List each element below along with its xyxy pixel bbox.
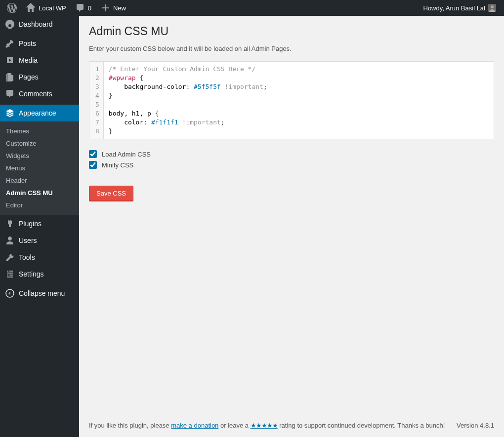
menu-label: Comments [19, 90, 52, 98]
site-name-label: Local WP [39, 4, 66, 12]
menu-users[interactable]: Users [0, 232, 79, 249]
checkbox-input[interactable] [89, 150, 97, 158]
main-content: Admin CSS MU Enter your custom CSS below… [79, 16, 504, 437]
rating-link[interactable]: ★★★★★ [251, 422, 278, 429]
appearance-icon [5, 108, 15, 118]
code-area[interactable]: /* Enter Your Custom Admin CSS Here */#w… [104, 62, 494, 139]
css-editor[interactable]: 12345678 /* Enter Your Custom Admin CSS … [89, 61, 494, 139]
menu-label: Media [19, 56, 38, 64]
menu-dashboard[interactable]: Dashboard [0, 16, 79, 33]
page-description: Enter your custom CSS below and it will … [89, 45, 494, 52]
collapse-icon [5, 288, 15, 298]
site-name[interactable]: Local WP [22, 0, 70, 16]
submenu-customize[interactable]: Customize [0, 137, 79, 150]
pages-icon [5, 72, 15, 82]
menu-label: Settings [19, 270, 44, 278]
submenu-menus[interactable]: Menus [0, 162, 79, 174]
menu-label: Appearance [19, 109, 56, 117]
checkbox-minify-css[interactable]: Minify CSS [89, 161, 494, 169]
menu-tools[interactable]: Tools [0, 249, 79, 266]
tools-icon [5, 252, 15, 262]
save-button[interactable]: Save CSS [89, 186, 133, 201]
comment-icon [75, 3, 85, 13]
collapse-menu[interactable]: Collapse menu [0, 285, 79, 302]
avatar [488, 4, 496, 12]
adminbar: Local WP 0 New Howdy, Arun Basil Lal [0, 0, 504, 16]
menu-posts[interactable]: Posts [0, 35, 79, 52]
my-account[interactable]: Howdy, Arun Basil Lal [420, 0, 501, 16]
submenu-themes[interactable]: Themes [0, 125, 79, 137]
menu-label: Pages [19, 73, 39, 81]
menu-label: Plugins [19, 220, 42, 228]
menu-label: Tools [19, 253, 35, 261]
menu-appearance[interactable]: Appearance [0, 105, 79, 121]
version-text: Version 4.8.1 [457, 422, 494, 429]
submenu-widgets[interactable]: Widgets [0, 150, 79, 162]
checkbox-label: Load Admin CSS [102, 151, 151, 158]
wordpress-icon [7, 3, 17, 13]
submenu-header[interactable]: Header [0, 174, 79, 187]
home-icon [26, 3, 36, 13]
menu-label: Posts [19, 40, 36, 47]
submenu-editor[interactable]: Editor [0, 199, 79, 211]
appearance-submenu: Themes Customize Widgets Menus Header Ad… [0, 121, 79, 215]
menu-label: Dashboard [19, 20, 53, 28]
wp-logo[interactable] [3, 0, 21, 16]
menu-pages[interactable]: Pages [0, 69, 79, 85]
menu-label: Users [19, 237, 37, 244]
menu-plugins[interactable]: Plugins [0, 215, 79, 232]
pin-icon [5, 39, 15, 48]
howdy-text: Howdy, Arun Basil Lal [423, 4, 486, 12]
users-icon [5, 236, 15, 245]
checkbox-label: Minify CSS [102, 161, 133, 169]
svg-point-1 [491, 5, 494, 8]
menu-comments[interactable]: Comments [0, 85, 79, 102]
new-label: New [113, 4, 126, 12]
new-content[interactable]: New [96, 0, 130, 16]
comment-icon [5, 89, 15, 99]
checkbox-input[interactable] [89, 161, 97, 169]
settings-icon [5, 269, 15, 279]
menu-settings[interactable]: Settings [0, 266, 79, 282]
media-icon [5, 55, 15, 65]
footer-text: If you like this plugin, please make a d… [89, 422, 445, 429]
menu-media[interactable]: Media [0, 52, 79, 69]
checkbox-load-admin-css[interactable]: Load Admin CSS [89, 150, 494, 158]
footer: If you like this plugin, please make a d… [89, 414, 494, 437]
dashboard-icon [5, 19, 15, 29]
menu-label: Collapse menu [19, 289, 65, 297]
comments-link[interactable]: 0 [71, 0, 95, 16]
submenu-admin-css-mu[interactable]: Admin CSS MU [0, 187, 79, 199]
plugin-icon [5, 219, 15, 229]
page-title: Admin CSS MU [89, 25, 494, 38]
line-gutter: 12345678 [89, 62, 104, 139]
admin-sidebar: Dashboard Posts Media Pages Comments App… [0, 16, 79, 437]
donation-link[interactable]: make a donation [171, 422, 218, 429]
plus-icon [100, 3, 110, 13]
comments-count: 0 [88, 4, 91, 12]
